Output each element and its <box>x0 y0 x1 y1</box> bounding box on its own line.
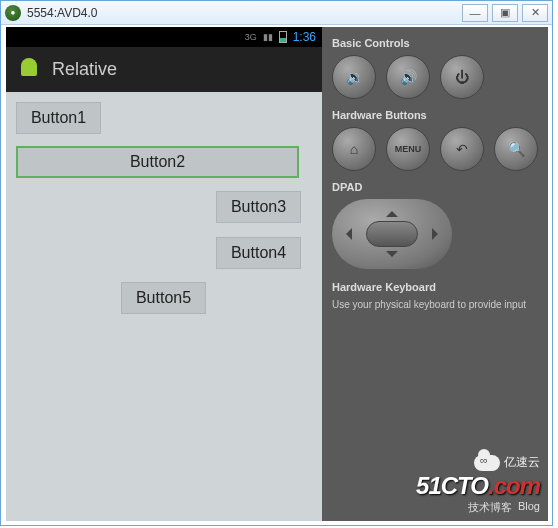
button-4[interactable]: Button4 <box>216 237 301 269</box>
window-title: 5554:AVD4.0 <box>27 6 98 20</box>
search-button[interactable]: 🔍 <box>494 127 538 171</box>
window-titlebar: ● 5554:AVD4.0 — ▣ ✕ <box>1 1 552 25</box>
power-button[interactable]: ⏻ <box>440 55 484 99</box>
watermark-brand-suffix: .com <box>488 472 540 499</box>
dpad <box>332 199 452 269</box>
back-button[interactable]: ↶ <box>440 127 484 171</box>
network-type-label: 3G <box>245 32 257 42</box>
watermark-tagline: 技术博客 Blog <box>416 500 540 515</box>
hardware-keyboard-hint: Use your physical keyboard to provide in… <box>332 299 538 310</box>
dpad-heading: DPAD <box>332 181 538 193</box>
app-title: Relative <box>52 59 117 80</box>
secondary-watermark: 亿速云 <box>474 454 540 471</box>
dpad-center-button[interactable] <box>366 221 418 247</box>
window-minimize-button[interactable]: — <box>462 4 488 22</box>
dpad-up-button[interactable] <box>386 205 398 217</box>
emulator-window: ● 5554:AVD4.0 — ▣ ✕ 3G ▮▮ 1:36 Relative … <box>0 0 553 526</box>
hardware-keyboard-heading: Hardware Keyboard <box>332 281 538 293</box>
button-3[interactable]: Button3 <box>216 191 301 223</box>
android-statusbar: 3G ▮▮ 1:36 <box>6 27 322 47</box>
app-action-bar: Relative <box>6 47 322 92</box>
dpad-down-button[interactable] <box>386 251 398 263</box>
emulator-control-panel: Basic Controls 🔉 🔊 ⏻ Hardware Buttons ⌂ … <box>322 27 548 521</box>
button-1[interactable]: Button1 <box>16 102 101 134</box>
cloud-icon <box>474 455 500 471</box>
volume-up-button[interactable]: 🔊 <box>386 55 430 99</box>
home-button[interactable]: ⌂ <box>332 127 376 171</box>
secondary-watermark-text: 亿速云 <box>504 454 540 471</box>
dpad-right-button[interactable] <box>432 228 444 240</box>
dpad-left-button[interactable] <box>340 228 352 240</box>
app-icon: ● <box>5 5 21 21</box>
hardware-buttons-row: ⌂ MENU ↶ 🔍 <box>332 127 538 171</box>
window-close-button[interactable]: ✕ <box>522 4 548 22</box>
signal-icon: ▮▮ <box>263 32 273 42</box>
volume-down-button[interactable]: 🔉 <box>332 55 376 99</box>
android-logo-icon <box>18 58 40 82</box>
watermark: 51CTO.com 技术博客 Blog <box>416 472 540 515</box>
activity-screen: Button1 Button2 Button3 Button4 Button5 <box>6 92 322 521</box>
window-maximize-button[interactable]: ▣ <box>492 4 518 22</box>
battery-icon <box>279 31 287 43</box>
basic-controls-heading: Basic Controls <box>332 37 538 49</box>
watermark-tagline-en: Blog <box>518 500 540 515</box>
watermark-brand: 51CTO.com <box>416 472 540 500</box>
status-clock: 1:36 <box>293 30 316 44</box>
menu-button[interactable]: MENU <box>386 127 430 171</box>
hardware-buttons-heading: Hardware Buttons <box>332 109 538 121</box>
button-2[interactable]: Button2 <box>16 146 299 178</box>
button-5[interactable]: Button5 <box>121 282 206 314</box>
basic-controls-row: 🔉 🔊 ⏻ <box>332 55 538 99</box>
content-area: 3G ▮▮ 1:36 Relative Button1 Button2 Butt… <box>6 27 548 521</box>
watermark-brand-main: 51CTO <box>416 472 488 499</box>
device-screen: 3G ▮▮ 1:36 Relative Button1 Button2 Butt… <box>6 27 322 521</box>
watermark-tagline-zh: 技术博客 <box>468 500 512 515</box>
